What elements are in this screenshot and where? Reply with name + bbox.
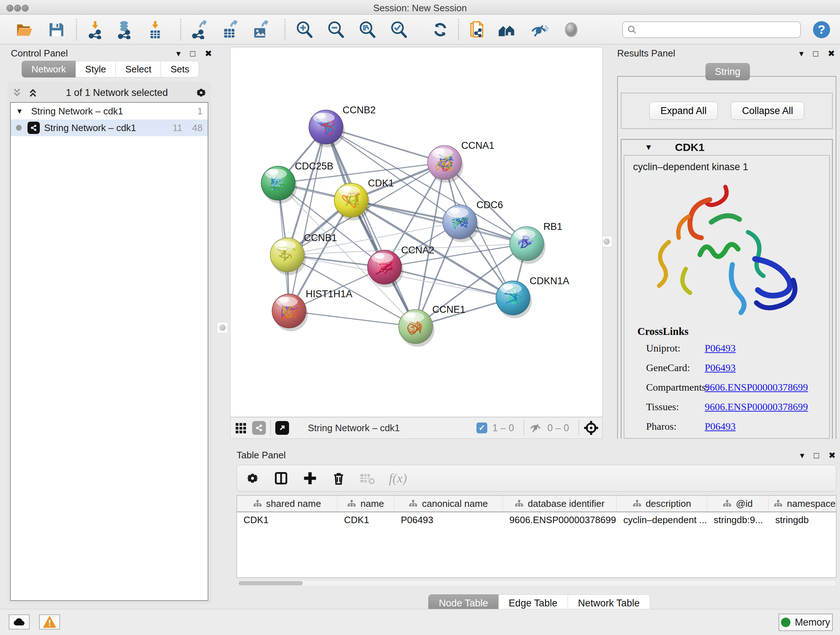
left-splitter-handle[interactable] [217, 322, 228, 333]
graph-node-CCNE1[interactable] [399, 310, 434, 347]
graph-node-CCNA1[interactable] [428, 146, 463, 183]
panel-menu-icon[interactable]: ▾ [799, 49, 804, 58]
table-cell[interactable]: 9606.ENSP00000378699 [503, 512, 617, 527]
table-cell[interactable]: CDK1 [338, 512, 394, 527]
zoom-in-button[interactable] [294, 20, 314, 40]
node-table: shared namenamecanonical namedatabase id… [237, 495, 836, 578]
toolbar-search [622, 21, 801, 38]
table-cell[interactable]: cyclin–dependent ... [617, 512, 707, 527]
selected-checkbox-icon[interactable]: ✓ [477, 423, 487, 433]
table-horizontal-scrollbar[interactable] [237, 580, 836, 586]
column-header-canonicalname[interactable]: canonical name [394, 496, 503, 511]
tab-select[interactable]: Select [116, 61, 161, 78]
close-panel-icon[interactable]: ✖ [205, 49, 212, 58]
delete-column-trash-icon[interactable] [331, 470, 346, 486]
string-view-icon[interactable] [252, 421, 266, 435]
network-options-gear-icon[interactable] [195, 86, 208, 99]
graph-node-CDK1[interactable] [334, 183, 370, 220]
table-row[interactable]: CDK1CDK1P064939606.ENSP00000378699cyclin… [237, 512, 836, 527]
panel-menu-icon[interactable]: ▾ [800, 451, 804, 460]
node-label-CDKN1A: CDKN1A [530, 276, 569, 287]
open-session-button[interactable] [14, 20, 34, 40]
expand-all-chevrons-icon[interactable] [27, 87, 39, 98]
close-panel-icon[interactable]: ✖ [829, 451, 836, 460]
control-panel-tabs: NetworkStyleSelectSets [22, 61, 199, 78]
import-table-from-file-button[interactable] [145, 20, 165, 40]
import-network-from-database-button[interactable] [115, 20, 134, 40]
table-cell[interactable]: CDK1 [237, 512, 338, 527]
export-image-button[interactable] [250, 20, 270, 40]
tab-sets[interactable]: Sets [161, 61, 199, 78]
graph-node-CDC6[interactable] [443, 205, 478, 242]
graph-node-RB1[interactable] [510, 226, 546, 264]
export-table-button[interactable] [220, 20, 240, 40]
column-header-description[interactable]: description [617, 496, 707, 511]
network-collection-row[interactable]: ▼ String Network – cdk1 1 [11, 103, 208, 119]
table-cell[interactable]: P06493 [394, 512, 503, 527]
crosslink-link[interactable]: P06493 [705, 362, 736, 374]
preview-sphere-button[interactable] [561, 20, 581, 40]
crosslink-link[interactable]: P06493 [705, 421, 736, 432]
float-panel-icon[interactable]: □ [813, 49, 818, 58]
window-title: Session: New Session [0, 3, 840, 14]
collection-expander-icon[interactable]: ▼ [16, 107, 31, 116]
crosslink-row: GeneCard:P06493 [638, 362, 829, 374]
right-splitter-handle[interactable] [601, 236, 612, 247]
close-panel-icon[interactable]: ✖ [828, 49, 835, 58]
column-header-namespace[interactable]: namespace [769, 496, 836, 511]
table-options-gear-icon[interactable] [245, 470, 260, 486]
tab-style[interactable]: Style [76, 61, 116, 78]
column-header-databaseidentifier[interactable]: database identifier [503, 496, 617, 511]
export-network-icon [190, 20, 209, 39]
birdseye-crosshair-icon[interactable] [584, 420, 599, 435]
grid-view-icon[interactable] [234, 421, 247, 434]
hidden-eye-slash-icon[interactable] [529, 422, 542, 434]
graph-node-CDC25B[interactable] [261, 166, 297, 203]
search-input[interactable] [640, 25, 796, 35]
help-button[interactable]: ? [812, 20, 831, 40]
cloud-status-button[interactable] [9, 614, 30, 630]
network-graph[interactable]: CCNB2CCNA1CDC25BCDK1CDC6RB1CCNB1CCNA2CDK… [231, 48, 602, 417]
zoom-fit-button[interactable] [357, 20, 377, 40]
export-network-button[interactable] [189, 20, 209, 40]
collapse-all-chevrons-icon[interactable] [11, 87, 23, 98]
crosslink-link[interactable]: P06493 [705, 342, 736, 354]
column-header-id[interactable]: @id [707, 496, 769, 511]
table-cell[interactable]: stringdb:9... [707, 512, 769, 527]
float-panel-icon[interactable]: □ [813, 451, 819, 460]
network-canvas[interactable]: CCNB2CCNA1CDC25BCDK1CDC6RB1CCNB1CCNA2CDK… [230, 47, 603, 417]
collapse-all-button[interactable]: Collapse All [731, 102, 804, 120]
column-header-sharedname[interactable]: shared name [237, 496, 338, 511]
home-sites-button[interactable] [497, 20, 516, 40]
hide-glasses-button[interactable] [529, 20, 548, 40]
zoom-out-button[interactable] [326, 20, 346, 40]
table-cell[interactable]: stringdb [769, 512, 836, 527]
crosslink-label: Tissues: [638, 401, 705, 413]
warnings-button[interactable] [39, 614, 60, 630]
graph-node-CDKN1A[interactable] [496, 281, 532, 318]
section-expander-icon[interactable]: ▼ [645, 143, 653, 152]
crosslink-link[interactable]: 9606.ENSP00000378699 [705, 382, 808, 393]
import-network-from-file-button[interactable] [85, 20, 105, 40]
scrollbar-thumb[interactable] [238, 581, 303, 585]
crosslink-link[interactable]: 9606.ENSP00000378699 [705, 401, 808, 413]
float-panel-icon[interactable]: □ [190, 49, 195, 58]
save-session-button[interactable] [46, 20, 66, 40]
refresh-view-button[interactable] [431, 20, 450, 40]
column-header-name[interactable]: name [338, 496, 394, 511]
document-network-button[interactable] [467, 20, 487, 40]
hidden-counts: 0 – 0 [547, 423, 569, 434]
open-external-icon[interactable] [275, 421, 289, 435]
panel-menu-icon[interactable]: ▾ [176, 49, 180, 58]
tab-string[interactable]: String [706, 63, 750, 80]
show-columns-icon[interactable] [273, 470, 289, 486]
network-status-dot-icon [16, 125, 22, 131]
network-row[interactable]: String Network – cdk1 11 48 [11, 119, 208, 136]
zoom-selected-button[interactable] [389, 20, 409, 40]
add-column-icon[interactable] [302, 470, 318, 486]
cdk1-section-header[interactable]: ▼ CDK1 [622, 140, 832, 155]
expand-all-button[interactable]: Expand All [649, 102, 718, 120]
memory-button[interactable]: Memory [778, 614, 833, 631]
graph-node-HIST1H1A[interactable] [272, 294, 308, 331]
tab-network[interactable]: Network [22, 61, 76, 78]
